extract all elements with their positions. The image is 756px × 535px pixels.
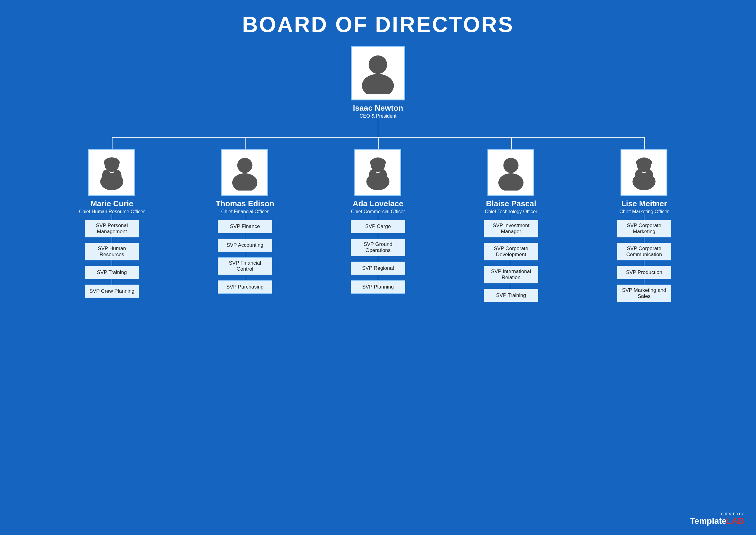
person-lise-meitner: Lise Meitner Chief Marketing Officer	[619, 149, 669, 214]
blaise-pascal-svp-chain: SVP Investment Manager SVP Corporate Dev…	[484, 214, 538, 302]
svp-box: SVP International Relation	[484, 266, 538, 283]
lise-meitner-silhouette	[626, 155, 662, 190]
svp-connector	[112, 260, 112, 266]
svg-point-18	[636, 158, 652, 167]
svp-box: SVP Personal Management	[85, 220, 139, 238]
column-ada-lovelace: Ada Lovelace Chief Commercial Officer SV…	[312, 149, 444, 294]
svg-point-15	[498, 173, 523, 190]
svp-box: SVP Purchasing	[218, 280, 272, 294]
svg-point-13	[379, 169, 387, 182]
blaise-pascal-title: Chief Technology Officer	[485, 209, 537, 214]
lise-meitner-title: Chief Marketing Officer	[619, 209, 669, 214]
ceo-name: Isaac Newton	[353, 103, 403, 113]
column-thomas-edison: Thomas Edison Chief Financial Officer SV…	[179, 149, 312, 294]
svp-connector	[245, 214, 245, 220]
svg-point-7	[238, 158, 253, 173]
lise-meitner-name: Lise Meitner	[621, 199, 667, 209]
branch-col4	[511, 137, 512, 149]
svp-box: SVP Training	[85, 266, 139, 279]
svp-box: SVP Investment Manager	[484, 220, 538, 238]
blaise-pascal-name: Blaise Pascal	[486, 199, 536, 209]
svp-connector	[644, 238, 644, 243]
svp-connector	[245, 252, 245, 257]
svg-point-8	[232, 173, 257, 190]
branch-col5	[644, 137, 645, 149]
svg-point-5	[102, 170, 111, 183]
created-by-label: CREATED BY	[721, 512, 744, 516]
svp-box: SVP Accounting	[218, 239, 272, 252]
ada-lovelace-avatar	[354, 149, 401, 196]
marie-curie-title: Chief Human Resource Officer	[79, 209, 145, 214]
svp-box: SVP Training	[484, 289, 538, 302]
svg-point-0	[369, 56, 387, 74]
svg-point-20	[645, 169, 653, 182]
blaise-pascal-silhouette	[493, 155, 529, 190]
thomas-edison-title: Chief Financial Officer	[221, 209, 268, 214]
svp-connector	[511, 214, 511, 220]
thomas-edison-silhouette	[227, 155, 263, 190]
ceo-vertical-line	[378, 119, 378, 137]
svp-box: SVP Financial Control	[218, 257, 272, 275]
svg-point-6	[113, 170, 122, 183]
svp-box: SVP Human Resources	[85, 243, 139, 260]
svp-box: SVP Production	[617, 266, 671, 279]
svp-box: SVP Corporate Development	[484, 243, 538, 260]
watermark: CREATED BY TemplateLAB	[690, 512, 744, 526]
svp-connector	[112, 214, 112, 220]
column-blaise-pascal: Blaise Pascal Chief Technology Officer S…	[444, 149, 577, 302]
svp-connector	[644, 260, 644, 266]
svp-box: SVP Finance	[218, 220, 272, 233]
svp-connector	[112, 238, 112, 243]
marie-curie-avatar	[88, 149, 135, 196]
lise-meitner-svp-chain: SVP Corporate Marketing SVP Corporate Co…	[617, 214, 671, 302]
column-marie-curie: Marie Curie Chief Human Resource Officer…	[45, 149, 179, 298]
branch-col1	[112, 137, 112, 149]
svg-point-19	[635, 169, 643, 182]
svp-box: SVP Ground Operations	[351, 239, 405, 256]
svg-point-14	[503, 158, 518, 173]
person-thomas-edison: Thomas Edison Chief Financial Officer	[216, 149, 274, 214]
ceo-title: CEO & President	[360, 113, 396, 119]
svp-connector	[378, 233, 378, 239]
svp-box: SVP Cargo	[351, 220, 405, 233]
ceo-avatar-card	[351, 46, 405, 100]
h-connector-row	[45, 137, 711, 149]
ceo-node: Isaac Newton CEO & President	[351, 46, 405, 119]
ada-lovelace-name: Ada Lovelace	[352, 199, 404, 209]
svp-box: SVP Regional	[351, 262, 405, 275]
svp-box: SVP Planning	[351, 280, 405, 294]
page-title: BOARD OF DIRECTORS	[242, 12, 514, 37]
ceo-silhouette	[357, 52, 399, 94]
brand-template-text: Template	[690, 516, 727, 526]
branch-col2	[245, 137, 245, 149]
marie-curie-svp-chain: SVP Personal Management SVP Human Resour…	[85, 214, 139, 298]
thomas-edison-svp-chain: SVP Finance SVP Accounting SVP Financial…	[218, 214, 272, 294]
svg-point-4	[104, 157, 120, 167]
thomas-edison-name: Thomas Edison	[216, 199, 274, 209]
columns-grid: Marie Curie Chief Human Resource Officer…	[45, 149, 711, 302]
svp-connector	[644, 214, 644, 220]
svp-connector	[378, 256, 378, 262]
ada-lovelace-title: Chief Commercial Officer	[351, 209, 405, 214]
org-chart: BOARD OF DIRECTORS Isaac Newton CEO & Pr…	[6, 12, 750, 302]
ada-lovelace-silhouette	[360, 155, 396, 190]
branch-col3	[378, 137, 378, 149]
thomas-edison-avatar	[221, 149, 268, 196]
svp-connector	[511, 260, 511, 266]
svp-connector	[511, 283, 511, 289]
svp-box: SVP Crew Planning	[85, 285, 139, 298]
svp-connector	[245, 275, 245, 280]
person-marie-curie: Marie Curie Chief Human Resource Officer	[79, 149, 145, 214]
lise-meitner-avatar	[621, 149, 667, 196]
svp-connector	[112, 279, 112, 285]
person-ada-lovelace: Ada Lovelace Chief Commercial Officer	[351, 149, 405, 214]
ada-lovelace-svp-chain: SVP Cargo SVP Ground Operations SVP Regi…	[351, 214, 405, 294]
svp-connector	[511, 238, 511, 243]
svp-box: SVP Corporate Marketing	[617, 220, 671, 238]
marie-curie-silhouette	[94, 155, 130, 190]
svp-connector	[378, 214, 378, 220]
svg-point-1	[362, 74, 394, 94]
blaise-pascal-avatar	[488, 149, 534, 196]
svp-box: SVP Marketing and Sales	[617, 285, 671, 302]
column-lise-meitner: Lise Meitner Chief Marketing Officer SVP…	[577, 149, 711, 302]
